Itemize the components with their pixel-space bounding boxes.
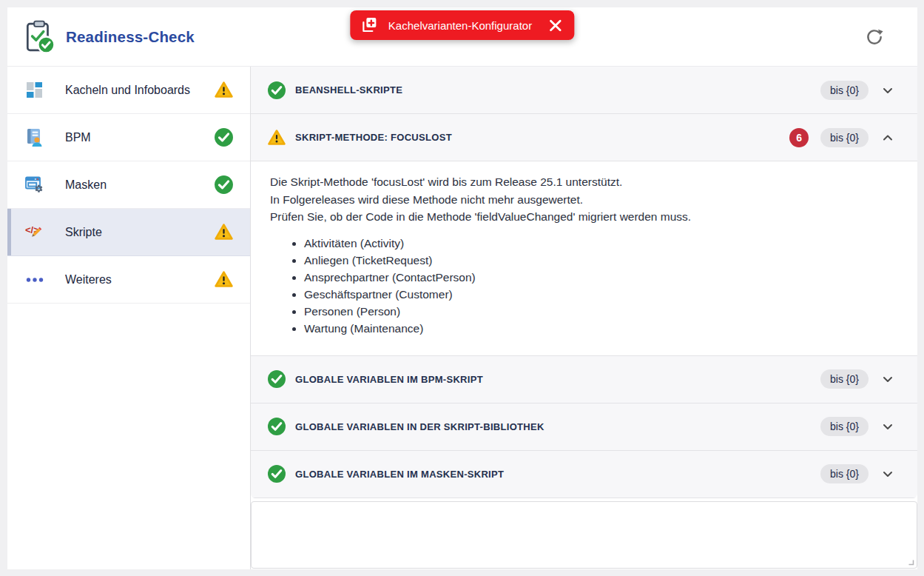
- detail-panel: [251, 501, 917, 569]
- bis-badge: bis {0}: [820, 81, 869, 100]
- bis-badge: bis {0}: [820, 128, 869, 147]
- detail-paragraph: Die Skript-Methode 'focusLost' wird bis …: [270, 173, 897, 191]
- copy-plus-icon: [360, 16, 379, 35]
- section-skript-methode-focuslost[interactable]: SKRIPT-METHODE: FOCUSLOST 6 bis {0}: [251, 114, 917, 161]
- section-beanshell-skripte[interactable]: BEANSHELL-SKRIPTE bis {0}: [251, 67, 917, 114]
- section-globale-variablen-masken-skript[interactable]: GLOBALE VARIABLEN IM MASKEN-SKRIPT bis {…: [251, 451, 917, 498]
- warning-triangle-icon: [267, 128, 286, 147]
- bis-badge: bis {0}: [820, 369, 869, 389]
- list-item: Ansprechpartner (ContactPerson): [304, 269, 897, 286]
- close-icon[interactable]: [548, 19, 562, 33]
- list-item: Anliegen (TicketRequest): [304, 252, 897, 269]
- focuslost-details: Die Skript-Methode 'focusLost' wird bis …: [251, 161, 917, 356]
- resize-grip-icon[interactable]: [906, 557, 914, 566]
- check-circle-icon: [267, 369, 286, 389]
- section-title: GLOBALE VARIABLEN IM MASKEN-SKRIPT: [295, 469, 504, 480]
- code-pencil-icon: </>: [24, 222, 46, 243]
- main-content: BEANSHELL-SKRIPTE bis {0}: [251, 67, 917, 569]
- list-item: Personen (Person): [304, 303, 897, 320]
- sidebar-item-label: Skripte: [65, 226, 102, 239]
- sidebar-item-weiteres[interactable]: Weiteres: [7, 256, 250, 304]
- list-item: Aktivitäten (Activity): [304, 235, 897, 252]
- readiness-check-logo-icon: [22, 20, 56, 54]
- warning-triangle-icon: [214, 80, 234, 100]
- window-gear-icon: [24, 175, 46, 195]
- sidebar: Kacheln und Infoboards: [7, 67, 251, 569]
- section-title: GLOBALE VARIABLEN IN DER SKRIPT-BIBLIOTH…: [295, 421, 544, 432]
- bis-badge: bis {0}: [820, 464, 869, 483]
- page-title: Readiness-Check: [66, 28, 195, 46]
- section-title: BEANSHELL-SKRIPTE: [295, 84, 402, 96]
- warning-triangle-icon: [214, 269, 234, 289]
- list-item: Geschäftspartner (Customer): [304, 286, 897, 303]
- banner-label: Kachelvarianten-Konfigurator: [388, 19, 532, 32]
- section-title: SKRIPT-METHODE: FOCUSLOST: [295, 132, 452, 143]
- sidebar-item-masken[interactable]: Masken: [7, 161, 250, 209]
- sidebar-item-skripte[interactable]: </> Skripte: [7, 209, 250, 256]
- sidebar-item-label: Masken: [65, 178, 107, 192]
- warning-triangle-icon: [214, 222, 234, 242]
- sidebar-item-label: Weiteres: [65, 273, 112, 287]
- tiles-icon: [24, 80, 46, 101]
- check-circle-icon: [214, 127, 234, 147]
- affected-objects-list: Aktivitäten (Activity) Anliegen (TicketR…: [270, 235, 897, 337]
- readiness-accordion: BEANSHELL-SKRIPTE bis {0}: [251, 67, 917, 498]
- check-circle-icon: [267, 417, 286, 436]
- detail-paragraph: Prüfen Sie, ob der Code in die Methode '…: [270, 208, 897, 226]
- bis-badge: bis {0}: [820, 417, 869, 436]
- kachelvarianten-banner[interactable]: Kachelvarianten-Konfigurator: [350, 10, 574, 40]
- sidebar-item-kacheln-und-infoboards[interactable]: Kacheln und Infoboards: [7, 67, 250, 114]
- chevron-up-icon[interactable]: [880, 130, 895, 145]
- chevron-down-icon[interactable]: [880, 83, 895, 98]
- check-circle-icon: [267, 81, 286, 100]
- sidebar-item-label: BPM: [65, 131, 91, 144]
- list-item: Wartung (Maintenance): [304, 320, 897, 337]
- check-circle-icon: [214, 175, 234, 195]
- section-title: GLOBALE VARIABLEN IM BPM-SKRIPT: [295, 374, 483, 385]
- chevron-down-icon[interactable]: [880, 419, 895, 434]
- section-globale-variablen-bpm-skript[interactable]: GLOBALE VARIABLEN IM BPM-SKRIPT bis {0}: [251, 356, 917, 403]
- chevron-down-icon[interactable]: [880, 372, 895, 386]
- sidebar-item-label: Kacheln und Infoboards: [65, 84, 190, 97]
- check-circle-icon: [267, 464, 286, 483]
- book-person-icon: [24, 127, 46, 148]
- detail-paragraph: In Folgereleases wird diese Methode nich…: [270, 191, 897, 209]
- issue-count-badge: 6: [789, 128, 809, 147]
- chevron-down-icon[interactable]: [880, 466, 895, 481]
- refresh-icon[interactable]: [864, 27, 885, 47]
- sidebar-item-bpm[interactable]: BPM: [7, 114, 250, 161]
- app-window: Readiness-Check Kacheln und Info: [7, 7, 917, 569]
- section-globale-variablen-skript-bibliothek[interactable]: GLOBALE VARIABLEN IN DER SKRIPT-BIBLIOTH…: [251, 403, 917, 451]
- ellipsis-icon: [24, 269, 46, 290]
